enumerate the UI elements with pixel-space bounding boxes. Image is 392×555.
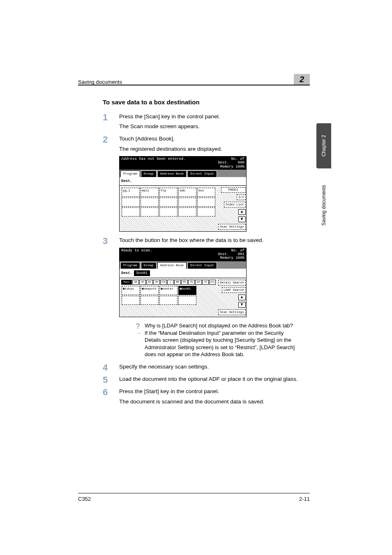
dest-pg1[interactable]: pg_1 [122, 188, 140, 197]
step-3-number: 3 [103, 235, 115, 247]
section-title: To save data to a box destination [103, 99, 300, 106]
index-tab[interactable]: EF [146, 280, 153, 285]
index-tab[interactable]: IJK [160, 280, 167, 285]
index-tab[interactable]: TU [188, 280, 195, 285]
page-footer: C352 2-11 [78, 493, 310, 502]
screenshot2-meter: No. of Dest. 001 Memory 100% [218, 249, 244, 260]
scan-settings-button[interactable]: Scan Settings [218, 224, 246, 230]
screenshot2-dest-label: Dest. [121, 271, 132, 276]
scroll-up-icon[interactable]: ▲ [238, 295, 246, 300]
tab-group[interactable]: Group [141, 262, 157, 269]
empty-cell [178, 296, 196, 305]
screenshot1-tabs: Program Group Address Book Direct Input [120, 170, 246, 177]
screenshot1-page-counter: 2/2 [237, 194, 246, 200]
tab-address-book[interactable]: Address Book [157, 170, 187, 177]
dest-mail[interactable]: mail [141, 188, 159, 197]
step-1-number: 1 [103, 111, 115, 124]
screenshot2-tabs: Program Group Address Book Direct Input [120, 261, 246, 269]
step-1-sub: The Scan mode screen appears. [119, 123, 300, 130]
dest-box[interactable]: box [197, 188, 215, 197]
dest-center[interactable]: ▣center [159, 286, 178, 295]
screenshot1-meter: No. of Dest. 000 Memory 100% [218, 157, 244, 169]
running-head-rule [78, 85, 310, 85]
index-tab[interactable]: CD [139, 280, 146, 285]
screenshot1-status: Address has not been entered. [121, 157, 186, 169]
running-head-right: 2 [294, 74, 310, 85]
index-tab[interactable]: PQ [181, 280, 188, 285]
qa-question: Why is [LDAP Search] not displayed on th… [136, 322, 300, 329]
qa-block: Why is [LDAP Search] not displayed on th… [136, 322, 300, 358]
scroll-down-icon[interactable]: ▼ [238, 302, 246, 308]
step-4-text: Specify the necessary scan settings. [119, 364, 209, 370]
step-4-number: 4 [103, 362, 115, 374]
empty-cell [122, 207, 140, 216]
step-5-number: 5 [103, 374, 115, 386]
empty-cell [159, 207, 178, 216]
dest-ftp[interactable]: ftp [159, 188, 178, 197]
step-1: 1 Press the [Scan] key in the control pa… [103, 113, 300, 130]
empty-cell [159, 198, 178, 207]
index-tab-main[interactable]: Main [121, 280, 132, 285]
empty-cell [141, 207, 159, 216]
empty-cell [159, 296, 178, 305]
step-1-text: Press the [Scan] key in the control pane… [119, 113, 220, 120]
detail-search-button[interactable]: Detail Search [218, 280, 246, 286]
dest-smb[interactable]: smb [178, 188, 196, 197]
screenshot1-dest-label: Dest. [121, 179, 132, 184]
scroll-down-icon[interactable]: ▼ [238, 216, 246, 222]
tab-group[interactable]: Group [141, 170, 157, 177]
footer-left: C352 [78, 496, 91, 502]
screenshot-2: Ready to scan. No. of Dest. 001 Memory 1… [119, 248, 247, 318]
step-5: 5 Load the document into the optional AD… [103, 375, 300, 383]
footer-right: 2-11 [299, 496, 310, 502]
index-tab[interactable]: GH [153, 280, 160, 285]
running-head-left: Saving documents [78, 79, 122, 85]
screenshot2-dest-value: box01 [134, 270, 150, 276]
qa-answer: If the “Manual Destination Input” parame… [136, 329, 300, 358]
step-5-text: Load the document into the optional ADF … [119, 376, 298, 382]
step-2: 2 Touch [Address Book]. The registered d… [103, 135, 300, 232]
index-list-button[interactable]: Index List [224, 202, 246, 207]
side-tab-section: Saving documents [318, 173, 330, 238]
index-tab[interactable]: etc [209, 280, 216, 285]
screenshot1-page-indicator: PAGE1 [221, 187, 246, 193]
index-tab[interactable]: MN [174, 280, 181, 285]
empty-cell [178, 198, 196, 207]
dest-newyork[interactable]: ▣newyork [141, 286, 159, 295]
empty-cell [122, 198, 140, 207]
step-3: 3 Touch the button for the box where the… [103, 237, 300, 358]
dest-box01[interactable]: ▣box01 [178, 286, 196, 295]
step-6-sub: The document is scanned and the document… [119, 398, 300, 405]
index-tab[interactable]: AB [132, 280, 139, 285]
step-3-text: Touch the button for the box where the d… [119, 237, 263, 243]
ldap-search-button[interactable]: LDAP Search [222, 287, 246, 293]
empty-cell [141, 198, 159, 207]
empty-cell [178, 207, 196, 216]
step-2-number: 2 [103, 134, 115, 146]
screenshot2-status: Ready to scan. [121, 249, 152, 260]
empty-cell [197, 207, 215, 216]
step-2-sub: The registered destinations are displaye… [119, 145, 300, 153]
side-tab-chapter: Chapter 2 [316, 123, 331, 168]
step-4: 4 Specify the necessary scan settings. [103, 363, 300, 371]
tab-address-book[interactable]: Address Book [157, 262, 187, 269]
step-2-text: Touch [Address Book]. [119, 136, 175, 142]
empty-cell [122, 296, 140, 305]
screenshot-1: Address has not been entered. No. of Des… [119, 156, 247, 232]
step-6: 6 Press the [Start] key in the control p… [103, 388, 300, 405]
scan-settings-button[interactable]: Scan Settings [218, 309, 246, 315]
tab-direct-input[interactable]: Direct Input [187, 170, 217, 177]
step-6-text: Press the [Start] key in the control pan… [119, 388, 219, 394]
dest-tokyo[interactable]: ▣tokyo [122, 286, 140, 295]
index-tab[interactable]: L [167, 280, 174, 285]
scroll-up-icon[interactable]: ▲ [238, 209, 246, 215]
index-tabs: Main AB CD EF GH IJK L MN PQ TU WX [121, 280, 216, 285]
tab-program[interactable]: Program [120, 262, 140, 269]
index-tab[interactable]: WX [195, 280, 202, 285]
tab-program[interactable]: Program [120, 170, 140, 177]
empty-cell [141, 296, 159, 305]
index-tab[interactable]: YZ [202, 280, 209, 285]
empty-cell [197, 198, 215, 207]
step-6-number: 6 [103, 386, 115, 398]
tab-direct-input[interactable]: Direct Input [187, 262, 217, 269]
